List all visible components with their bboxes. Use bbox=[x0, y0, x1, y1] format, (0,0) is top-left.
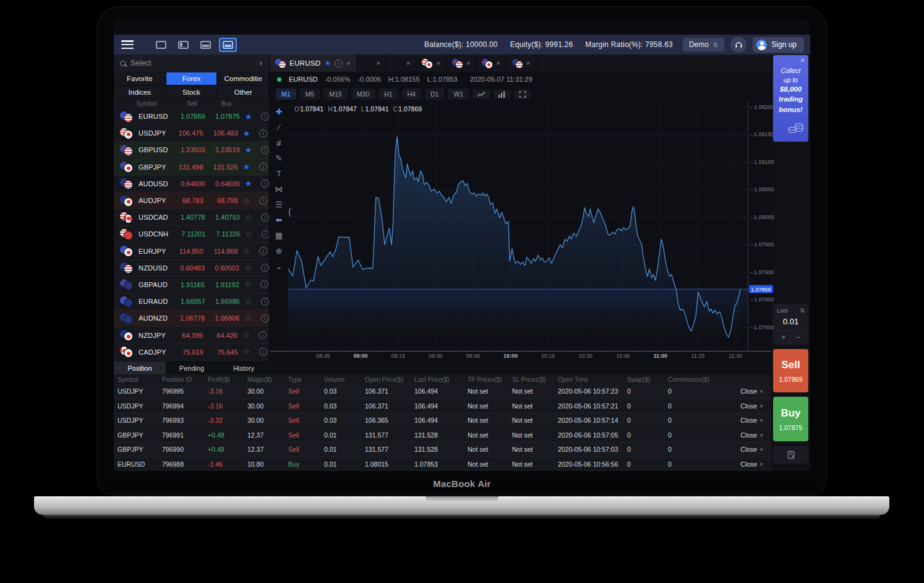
lots-stepper-icon[interactable]: ⇅ bbox=[800, 308, 805, 314]
close-tab-icon[interactable]: × bbox=[436, 59, 440, 67]
favorite-star-icon[interactable]: ☆ bbox=[240, 214, 257, 222]
sell-price[interactable]: 1.07869 bbox=[168, 113, 205, 120]
watchlist-row-nzdusd[interactable]: NZDUSD0.604830.60502☆i bbox=[114, 260, 269, 277]
watchlist-row-euraud[interactable]: EURAUD1.669571.66986☆i bbox=[114, 293, 269, 310]
layout-single-button[interactable] bbox=[152, 38, 170, 52]
favorite-star-icon[interactable]: ☆ bbox=[239, 314, 257, 322]
layout-left-panel-button[interactable] bbox=[174, 38, 192, 52]
buy-price[interactable]: 7.11326 bbox=[205, 230, 240, 238]
price-chart[interactable]: ( O1.07841 H1.07847 L1.07841 C1.07869 bbox=[288, 101, 748, 351]
close-tab-icon[interactable]: × bbox=[466, 59, 470, 67]
watchlist-row-audnzd[interactable]: AUDNZD1.067781.06806☆i bbox=[114, 310, 269, 327]
info-icon[interactable]: i bbox=[261, 179, 269, 188]
buy-price[interactable]: 106.483 bbox=[203, 129, 238, 137]
pattern-tool-icon[interactable]: ⋈ bbox=[270, 181, 288, 197]
timeframe-m1[interactable]: M1 bbox=[276, 89, 296, 100]
info-icon[interactable]: i bbox=[261, 214, 269, 222]
time-axis[interactable]: 08:4509:0009:1509:3009:4510:0010:1510:30… bbox=[288, 351, 748, 361]
buy-price[interactable]: 0.60502 bbox=[205, 264, 239, 272]
positions-tab-position[interactable]: Position bbox=[114, 361, 166, 374]
info-icon[interactable]: i bbox=[259, 331, 267, 339]
signup-button[interactable]: Sign up bbox=[753, 37, 804, 53]
info-icon[interactable]: i bbox=[259, 129, 267, 137]
info-icon[interactable]: i bbox=[262, 230, 269, 238]
watchlist-row-gbpjpy[interactable]: GBPJPY131.498131.526★i bbox=[114, 159, 269, 176]
support-button[interactable] bbox=[730, 37, 746, 53]
favorite-star-icon[interactable]: ☆ bbox=[240, 230, 257, 238]
sell-price[interactable]: 1.06778 bbox=[168, 314, 205, 322]
info-icon[interactable]: i bbox=[335, 59, 343, 67]
brush-tool-icon[interactable]: ✎ bbox=[270, 150, 288, 166]
lots-increase-button[interactable]: + bbox=[777, 330, 791, 345]
sell-price[interactable]: 68.783 bbox=[166, 197, 203, 204]
favorite-star-icon[interactable]: ☆ bbox=[237, 331, 255, 339]
buy-price[interactable]: 114.868 bbox=[203, 248, 238, 255]
timeframe-h1[interactable]: H1 bbox=[379, 89, 398, 100]
buy-price[interactable]: 1.07875 bbox=[205, 113, 240, 120]
buy-price[interactable]: 75.645 bbox=[203, 348, 238, 356]
sell-price[interactable]: 1.66957 bbox=[168, 298, 205, 305]
sell-price[interactable]: 1.23503 bbox=[168, 146, 205, 153]
buy-price[interactable]: 68.798 bbox=[203, 197, 238, 204]
sell-price[interactable]: 64.399 bbox=[166, 332, 203, 339]
info-icon[interactable]: i bbox=[259, 197, 267, 205]
timeframe-m15[interactable]: M15 bbox=[323, 89, 347, 100]
chart-tab-icon-1[interactable]: × bbox=[357, 54, 387, 72]
watchlist-row-usdcnh[interactable]: USDCNH7.112017.11326☆i bbox=[114, 226, 269, 243]
close-tab-icon[interactable]: × bbox=[346, 59, 350, 67]
buy-price[interactable]: 0.64609 bbox=[205, 180, 240, 188]
watchlist-tab-forex[interactable]: Forex bbox=[166, 72, 218, 85]
favorite-star-icon[interactable]: ☆ bbox=[238, 247, 255, 255]
hamburger-menu-icon[interactable] bbox=[121, 40, 134, 49]
watchlist-row-gbpusd[interactable]: GBPUSD1.235031.23519★i bbox=[114, 142, 269, 158]
close-position-button[interactable]: Close× bbox=[727, 402, 763, 410]
indicator-settings-icon[interactable]: ☰ bbox=[270, 197, 288, 212]
favorite-star-icon[interactable]: ☆ bbox=[239, 280, 257, 288]
watchlist-row-audjpy[interactable]: AUDJPY68.78368.798☆i bbox=[114, 192, 269, 209]
favorite-star-icon[interactable]: ★ bbox=[240, 179, 257, 188]
timeframe-d1[interactable]: D1 bbox=[425, 89, 444, 100]
buy-price[interactable]: 64.426 bbox=[203, 332, 237, 339]
info-icon[interactable]: i bbox=[261, 264, 269, 272]
sell-price[interactable]: 131.498 bbox=[166, 163, 203, 171]
watchlist-tab-other[interactable]: Other bbox=[217, 85, 269, 99]
lots-decrease-button[interactable]: − bbox=[791, 330, 805, 345]
info-icon[interactable]: i bbox=[259, 163, 267, 171]
buy-price[interactable]: 1.23519 bbox=[205, 146, 240, 153]
close-position-button[interactable]: Close× bbox=[727, 446, 763, 453]
sell-price[interactable]: 0.64600 bbox=[168, 180, 205, 188]
favorite-star-icon[interactable]: ☆ bbox=[238, 197, 255, 205]
favorite-star-icon[interactable]: ★ bbox=[240, 146, 257, 154]
trendline-tool-icon[interactable]: ∕ bbox=[270, 119, 288, 135]
crosshair-tool-icon[interactable]: ✚ bbox=[270, 104, 288, 119]
chart-tab-eurusd[interactable]: EURUSD★i× bbox=[270, 54, 357, 72]
watchlist-row-audusd[interactable]: AUDUSD0.646000.64609★i bbox=[114, 176, 269, 192]
close-tab-icon[interactable]: × bbox=[377, 59, 380, 67]
chart-tab-icon-5[interactable]: × bbox=[476, 54, 506, 72]
sell-price[interactable]: 106.475 bbox=[166, 129, 203, 137]
favorite-star-icon[interactable]: ☆ bbox=[238, 348, 255, 356]
info-icon[interactable]: i bbox=[260, 280, 268, 288]
watchlist-row-usdcad[interactable]: USDCAD1.407781.40793☆i bbox=[114, 209, 269, 226]
sell-price[interactable]: 75.619 bbox=[166, 348, 203, 356]
timeframe-h4[interactable]: H4 bbox=[402, 89, 421, 100]
info-icon[interactable]: i bbox=[261, 146, 269, 154]
buy-price[interactable]: 1.40793 bbox=[205, 214, 240, 221]
layout-bottom-panel-button[interactable] bbox=[197, 38, 215, 52]
watchlist-tab-favorite[interactable]: Favorite bbox=[114, 72, 166, 85]
positions-tab-pending[interactable]: Pending bbox=[166, 361, 218, 374]
layout-bottom-panel-active-button[interactable] bbox=[219, 38, 237, 52]
close-position-button[interactable]: Close× bbox=[727, 460, 763, 468]
collapse-toolbar-icon[interactable]: ⌄ bbox=[270, 259, 288, 274]
close-tab-icon[interactable]: × bbox=[496, 59, 500, 67]
favorite-star-icon[interactable]: ★ bbox=[240, 113, 257, 121]
close-tab-icon[interactable]: × bbox=[526, 59, 530, 67]
chart-tab-icon-6[interactable]: × bbox=[507, 54, 536, 72]
watchlist-row-gbpaud[interactable]: GBPAUD1.911651.91192☆i bbox=[114, 277, 269, 293]
panel-collapse-handle[interactable]: ( bbox=[288, 206, 291, 217]
watchlist-tab-commoditie[interactable]: Commoditie bbox=[217, 72, 269, 85]
watchlist-row-cadjpy[interactable]: CADJPY75.61975.645☆i bbox=[114, 344, 269, 361]
lots-value[interactable]: 0.01 bbox=[777, 314, 805, 330]
buy-button[interactable]: Buy 1.07875 bbox=[773, 397, 808, 441]
watchlist-row-eurusd[interactable]: EURUSD1.078691.07875★i bbox=[114, 108, 269, 125]
